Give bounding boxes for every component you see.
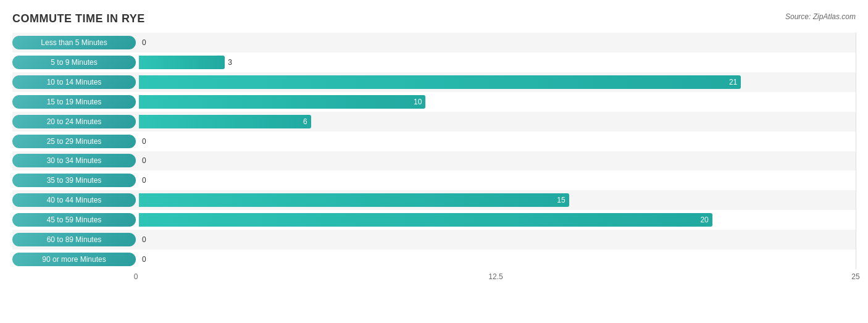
bar-row: 5 to 9 Minutes3 [12, 52, 856, 72]
bar-row: 90 or more Minutes0 [12, 250, 856, 269]
bar-label: 10 to 14 Minutes [12, 75, 136, 89]
bar-track: 0 [139, 253, 856, 266]
bar-label: 60 to 89 Minutes [12, 233, 136, 246]
bar-label: 5 to 9 Minutes [12, 56, 136, 69]
bar-row: 60 to 89 Minutes0 [12, 230, 856, 250]
bar-fill: 6 [139, 115, 311, 128]
bar-track: 10 [139, 95, 856, 109]
bar-label: 45 to 59 Minutes [12, 213, 136, 227]
bar-value: 15 [557, 196, 565, 204]
bar-track: 20 [139, 213, 856, 227]
bar-row: 45 to 59 Minutes20 [12, 210, 856, 230]
bar-value: 0 [142, 137, 146, 146]
bar-row: 30 to 34 Minutes0 [12, 151, 856, 171]
bar-track: 0 [139, 154, 856, 167]
bar-track: 0 [139, 36, 856, 49]
bar-row: Less than 5 Minutes0 [12, 33, 856, 52]
bar-track: 0 [139, 135, 856, 148]
bar-value: 10 [414, 98, 422, 106]
bar-track: 0 [139, 174, 856, 187]
x-axis: 012.525 [136, 269, 856, 288]
bar-fill: 21 [139, 75, 741, 89]
bar-row: 25 to 29 Minutes0 [12, 132, 856, 151]
bar-row: 20 to 24 Minutes6 [12, 112, 856, 132]
bar-fill: 20 [139, 213, 712, 227]
bar-row: 15 to 19 Minutes10 [12, 92, 856, 112]
bar-track: 6 [139, 115, 856, 128]
bar-value: 0 [142, 156, 146, 165]
x-tick: 12.5 [488, 272, 503, 281]
bars-area: Less than 5 Minutes05 to 9 Minutes310 to… [12, 33, 856, 269]
x-tick: 0 [134, 272, 138, 281]
bar-value: 6 [303, 117, 307, 126]
bar-value: 21 [729, 78, 737, 86]
chart-body: Less than 5 Minutes05 to 9 Minutes310 to… [12, 33, 856, 288]
bar-value: 0 [142, 255, 146, 264]
bar-label: Less than 5 Minutes [12, 36, 136, 49]
bar-label: 20 to 24 Minutes [12, 115, 136, 128]
bar-value: 0 [142, 235, 146, 244]
bar-row: 40 to 44 Minutes15 [12, 190, 856, 210]
bar-row: 35 to 39 Minutes0 [12, 170, 856, 190]
bar-label: 90 or more Minutes [12, 253, 136, 266]
x-tick: 25 [851, 272, 859, 281]
bar-label: 40 to 44 Minutes [12, 193, 136, 207]
chart-title: COMMUTE TIME IN RYE [12, 12, 145, 25]
bar-fill: 3 [139, 56, 225, 69]
bar-track: 0 [139, 233, 856, 246]
bar-value: 0 [142, 176, 146, 185]
bar-label: 30 to 34 Minutes [12, 154, 136, 167]
bar-track: 15 [139, 193, 856, 207]
chart-source: Source: ZipAtlas.com [785, 12, 856, 21]
chart-header: COMMUTE TIME IN RYE Source: ZipAtlas.com [12, 12, 856, 25]
grid-line [856, 33, 856, 269]
bar-fill: 10 [139, 95, 425, 109]
bar-label: 15 to 19 Minutes [12, 95, 136, 109]
chart-container: COMMUTE TIME IN RYE Source: ZipAtlas.com… [0, 0, 868, 323]
bar-value: 0 [142, 38, 146, 47]
bar-row: 10 to 14 Minutes21 [12, 72, 856, 92]
bar-fill: 15 [139, 193, 569, 207]
bar-label: 35 to 39 Minutes [12, 174, 136, 187]
bar-label: 25 to 29 Minutes [12, 135, 136, 148]
bar-track: 3 [139, 56, 856, 69]
bar-value: 20 [700, 216, 708, 224]
bar-track: 21 [139, 75, 856, 89]
bar-value: 3 [228, 58, 232, 67]
